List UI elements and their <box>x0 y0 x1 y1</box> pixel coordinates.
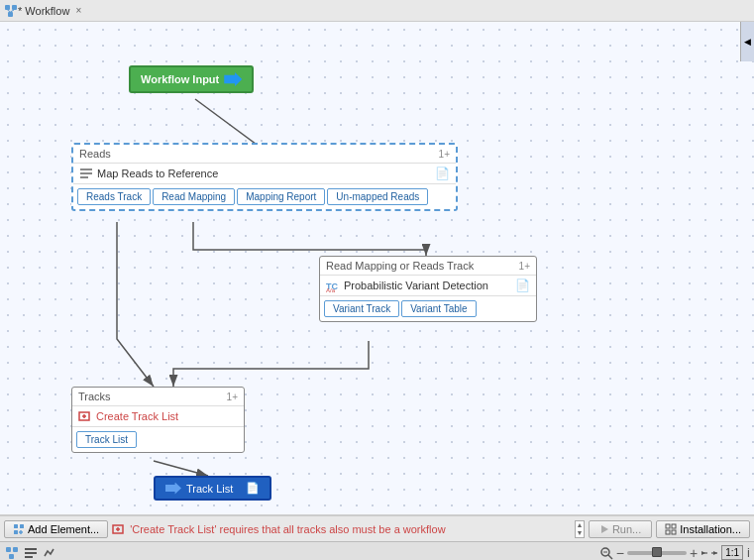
status-message: 'Create Track List' requires that all tr… <box>130 523 571 535</box>
map-reads-title-bar: Map Reads to Reference 📄 <box>73 164 456 184</box>
installation-button[interactable]: Installation... <box>656 520 750 538</box>
workflow-output-arrow-icon <box>165 483 181 495</box>
svg-rect-30 <box>13 547 18 552</box>
create-track-badge: 1+ <box>227 392 238 402</box>
create-track-icon <box>78 409 92 423</box>
svg-line-7 <box>154 461 208 476</box>
prob-variant-title: TC A/a Probabilistic Variant Detection <box>326 279 488 292</box>
zoom-minus-button[interactable]: − <box>616 545 624 561</box>
status-icon-1[interactable] <box>4 545 20 561</box>
prob-variant-ports: Variant Track Variant Table <box>320 296 536 321</box>
map-reads-doc-icon[interactable]: 📄 <box>435 167 450 180</box>
svg-rect-31 <box>9 554 14 559</box>
prob-variant-title-label: Probabilistic Variant Detection <box>344 280 488 291</box>
run-icon <box>599 524 609 534</box>
svg-rect-9 <box>80 172 92 174</box>
port-variant-track[interactable]: Variant Track <box>324 300 399 317</box>
tab-close-button[interactable]: × <box>75 5 81 16</box>
workflow-input-label: Workflow Input <box>141 73 219 85</box>
svg-line-36 <box>608 555 612 559</box>
workflow-tab-icon <box>4 4 18 18</box>
svg-rect-2 <box>8 12 13 17</box>
svg-rect-1 <box>12 5 17 10</box>
svg-rect-29 <box>6 547 11 552</box>
port-reads-track[interactable]: Reads Track <box>77 188 151 205</box>
create-track-ports: Track List <box>72 427 244 452</box>
zoom-icon <box>599 546 613 560</box>
svg-line-4 <box>11 10 15 12</box>
prob-variant-badge: 1+ <box>519 261 530 272</box>
map-reads-title: Map Reads to Reference <box>79 167 218 180</box>
zoom-fit-button[interactable]: 1:1 <box>721 545 743 560</box>
workflow-output-node: Track List 📄 <box>154 476 271 501</box>
sidebar-collapse-button[interactable]: ◀ <box>740 22 754 61</box>
svg-rect-17 <box>20 524 24 528</box>
port-variant-table[interactable]: Variant Table <box>401 300 476 317</box>
tab-title: * Workflow <box>18 5 69 17</box>
prob-variant-icon: TC A/a <box>326 279 340 292</box>
workflow-input-node: Workflow Input <box>129 65 254 93</box>
prob-variant-node: Read Mapping or Reads Track 1+ TC A/a Pr… <box>319 256 537 322</box>
add-element-icon <box>13 523 25 535</box>
svg-rect-8 <box>80 168 92 170</box>
workflow-output-label: Track List <box>186 483 233 495</box>
svg-rect-34 <box>25 556 33 558</box>
create-track-header: Tracks 1+ <box>72 388 244 406</box>
add-element-button[interactable]: Add Element... <box>4 520 108 538</box>
run-label: Run... <box>612 523 641 535</box>
status-bar-left-icons <box>4 545 57 561</box>
create-track-label: Create Track List <box>96 410 178 422</box>
map-reads-node: Reads 1+ Map Reads to Reference 📄 Reads … <box>71 143 458 211</box>
create-track-header-label: Tracks <box>78 391 111 402</box>
map-reads-ports: Reads Track Read Mapping Mapping Report … <box>73 184 456 209</box>
zoom-slider[interactable] <box>627 551 687 555</box>
map-reads-title-label: Map Reads to Reference <box>97 168 218 179</box>
svg-rect-25 <box>666 524 670 528</box>
port-unmapped-reads[interactable]: Un-mapped Reads <box>327 188 428 205</box>
svg-rect-28 <box>672 530 676 534</box>
status-scroll-down[interactable]: ▼ <box>576 529 584 537</box>
svg-rect-26 <box>672 524 676 528</box>
install-icon <box>665 523 677 535</box>
create-track-title-bar: Create Track List <box>72 406 244 427</box>
svg-rect-16 <box>14 524 18 528</box>
map-reads-header-label: Reads <box>79 148 111 160</box>
zoom-plus-button[interactable]: + <box>690 545 698 561</box>
status-scroll-control[interactable]: ▲ ▼ <box>575 520 585 538</box>
svg-rect-10 <box>80 176 88 178</box>
svg-rect-18 <box>14 530 18 534</box>
zoom-handle[interactable] <box>652 547 662 557</box>
bottom-toolbar: Add Element... 'Create Track List' requi… <box>0 515 754 541</box>
add-element-label: Add Element... <box>28 523 99 535</box>
svg-rect-0 <box>5 5 10 10</box>
prob-variant-title-bar: TC A/a Probabilistic Variant Detection 📄 <box>320 276 536 296</box>
svg-marker-39 <box>701 551 705 555</box>
svg-rect-32 <box>25 548 37 550</box>
status-bar: − + 1:1 i <box>0 541 754 560</box>
create-track-title: Create Track List <box>78 409 178 423</box>
status-icon-2[interactable] <box>23 545 39 561</box>
port-read-mapping[interactable]: Read Mapping <box>153 188 235 205</box>
title-bar: * Workflow × <box>0 0 754 22</box>
workflow-canvas: ◀ Workflow Input Reads 1+ Map Reads to R… <box>0 22 754 515</box>
workflow-input-arrow-icon <box>224 72 242 86</box>
svg-text:A/a: A/a <box>326 287 336 292</box>
status-icon-3[interactable] <box>42 545 57 561</box>
prob-variant-doc-icon[interactable]: 📄 <box>515 279 530 292</box>
port-track-list[interactable]: Track List <box>76 431 137 448</box>
status-bar-right: − + 1:1 i <box>599 545 750 561</box>
fit-arrows-icon <box>701 547 717 559</box>
svg-rect-27 <box>666 530 670 534</box>
port-mapping-report[interactable]: Mapping Report <box>237 188 325 205</box>
output-doc-icon[interactable]: 📄 <box>246 482 260 495</box>
svg-marker-41 <box>713 551 717 555</box>
zoom-controls: − + <box>599 545 698 561</box>
status-scroll-up[interactable]: ▲ <box>576 521 584 529</box>
create-track-node: Tracks 1+ Create Track List Track List <box>71 387 245 453</box>
info-button[interactable]: i <box>747 545 750 560</box>
prob-variant-header-label: Read Mapping or Reads Track <box>326 260 474 272</box>
installation-label: Installation... <box>680 523 741 535</box>
map-reads-badge: 1+ <box>439 149 450 160</box>
svg-marker-24 <box>601 525 608 533</box>
run-button[interactable]: Run... <box>589 520 652 538</box>
